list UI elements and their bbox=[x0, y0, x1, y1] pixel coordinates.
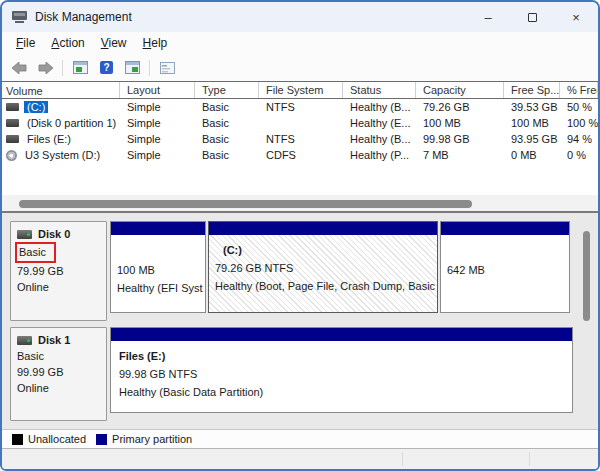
column-header-type[interactable]: Type bbox=[195, 82, 259, 98]
disk-icon bbox=[6, 135, 19, 143]
partition-color-bar bbox=[111, 222, 205, 235]
volume-type: Basic bbox=[195, 117, 259, 129]
volume-layout: Simple bbox=[120, 117, 195, 129]
disk1-label-panel[interactable]: Disk 1 Basic 99.99 GB Online bbox=[10, 327, 107, 421]
views-button[interactable] bbox=[121, 58, 143, 78]
help-button[interactable]: ? bbox=[95, 58, 117, 78]
volume-status: Healthy (E... bbox=[343, 117, 416, 129]
volume-pct-free: 0 % bbox=[560, 149, 598, 161]
partition-size: 99.98 GB NTFS bbox=[111, 365, 572, 383]
back-icon bbox=[12, 62, 27, 74]
titlebar: Disk Management – × bbox=[2, 2, 598, 32]
volume-row-disk0-partition1[interactable]: (Disk 0 partition 1) Simple Basic Health… bbox=[2, 115, 598, 131]
maximize-button[interactable] bbox=[510, 2, 554, 32]
partition-status: Healthy (Boot, Page File, Crash Dump, Ba… bbox=[209, 277, 437, 295]
disk-icon bbox=[6, 119, 19, 127]
partition-status: Healthy (Basic Data Partition) bbox=[111, 383, 572, 401]
volume-name: U3 System (D:) bbox=[22, 149, 103, 161]
disk1-partitions: Files (E:) 99.98 GB NTFS Healthy (Basic … bbox=[110, 327, 573, 421]
column-header-status[interactable]: Status bbox=[343, 82, 416, 98]
volume-row-u3-system[interactable]: U3 System (D:) Simple Basic CDFS Healthy… bbox=[2, 147, 598, 163]
disk0-label-panel[interactable]: Disk 0 Basic 79.99 GB Online bbox=[10, 221, 107, 321]
volume-file-system: NTFS bbox=[259, 101, 343, 113]
legend-label: Primary partition bbox=[112, 433, 192, 445]
legend-bar: Unallocated Primary partition bbox=[2, 429, 598, 449]
partition-color-bar bbox=[111, 328, 572, 341]
menu-bar: File Action View Help bbox=[2, 32, 598, 54]
column-header-capacity[interactable]: Capacity bbox=[416, 82, 504, 98]
column-header-volume[interactable]: Volume bbox=[2, 82, 120, 98]
menu-help[interactable]: Help bbox=[135, 34, 176, 52]
maximize-icon bbox=[528, 13, 537, 22]
disk0-partitions: 100 MB Healthy (EFI Syst (C:) 79.26 GB N… bbox=[110, 221, 570, 321]
properties-icon bbox=[160, 62, 175, 74]
red-annotation-box: Basic bbox=[15, 242, 56, 263]
column-header-pct-free[interactable]: % Free bbox=[560, 82, 598, 98]
horizontal-scrollbar[interactable] bbox=[2, 195, 598, 213]
volume-free-space: 93.95 GB bbox=[504, 133, 560, 145]
menu-file[interactable]: File bbox=[8, 34, 43, 52]
volume-layout: Simple bbox=[120, 149, 195, 161]
forward-icon bbox=[38, 62, 53, 74]
views-window-icon bbox=[125, 61, 140, 74]
volume-list: Volume Layout Type File System Status Ca… bbox=[2, 81, 598, 195]
disk0-status: Online bbox=[15, 279, 102, 295]
toolbar-separator bbox=[149, 60, 150, 76]
volume-file-system: NTFS bbox=[259, 133, 343, 145]
partition-efi[interactable]: 100 MB Healthy (EFI Syst bbox=[110, 221, 206, 313]
volume-row-files-e[interactable]: Files (E:) Simple Basic NTFS Healthy (B.… bbox=[2, 131, 598, 147]
volume-pct-free: 100 % bbox=[560, 117, 598, 129]
disk0-row: Disk 0 Basic 79.99 GB Online 100 MB Heal… bbox=[10, 221, 598, 321]
volume-pct-free: 94 % bbox=[560, 133, 598, 145]
console-window-icon bbox=[73, 61, 88, 74]
properties-button[interactable] bbox=[156, 58, 178, 78]
volume-free-space: 0 MB bbox=[504, 149, 560, 161]
partition-size: 79.26 GB NTFS bbox=[209, 259, 437, 277]
disk-icon bbox=[6, 103, 19, 111]
column-header-free-space[interactable]: Free Sp... bbox=[504, 82, 560, 98]
menu-action[interactable]: Action bbox=[43, 34, 92, 52]
minimize-button[interactable]: – bbox=[466, 2, 510, 32]
volume-name: (Disk 0 partition 1) bbox=[24, 117, 119, 129]
disk0-name: Disk 0 bbox=[38, 228, 70, 240]
disk0-size: 79.99 GB bbox=[15, 263, 102, 279]
disk1-size: 99.99 GB bbox=[15, 364, 102, 380]
volume-capacity: 99.98 GB bbox=[416, 133, 504, 145]
volume-capacity: 79.26 GB bbox=[416, 101, 504, 113]
volume-free-space: 100 MB bbox=[504, 117, 560, 129]
horizontal-scrollbar-thumb[interactable] bbox=[19, 200, 472, 208]
partition-recovery[interactable]: 642 MB bbox=[440, 221, 570, 313]
legend-unallocated: Unallocated bbox=[12, 433, 86, 445]
toolbar: ? bbox=[2, 54, 598, 81]
partition-status: Healthy (EFI Syst bbox=[111, 279, 205, 297]
volume-status: Healthy (B... bbox=[343, 101, 416, 113]
legend-primary-partition: Primary partition bbox=[96, 433, 192, 445]
partition-c[interactable]: (C:) 79.26 GB NTFS Healthy (Boot, Page F… bbox=[208, 221, 438, 313]
toolbar-separator bbox=[62, 60, 63, 76]
disk-management-app-icon bbox=[12, 11, 27, 24]
volume-name: Files (E:) bbox=[24, 133, 74, 145]
volume-type: Basic bbox=[195, 101, 259, 113]
window-title: Disk Management bbox=[35, 10, 132, 24]
column-header-file-system[interactable]: File System bbox=[259, 82, 343, 98]
forward-button[interactable] bbox=[34, 58, 56, 78]
volume-file-system: CDFS bbox=[259, 149, 343, 161]
console-tree-button[interactable] bbox=[69, 58, 91, 78]
vertical-scrollbar-thumb[interactable] bbox=[583, 231, 590, 321]
volume-layout: Simple bbox=[120, 133, 195, 145]
status-bar bbox=[2, 449, 598, 469]
partition-name: Files (E:) bbox=[111, 347, 572, 365]
column-header-layout[interactable]: Layout bbox=[120, 82, 195, 98]
help-icon: ? bbox=[100, 61, 113, 74]
volume-row-c[interactable]: (C:) Simple Basic NTFS Healthy (B... 79.… bbox=[2, 99, 598, 115]
primary-partition-swatch-icon bbox=[96, 434, 107, 445]
close-button[interactable]: × bbox=[554, 2, 598, 32]
disk1-row: Disk 1 Basic 99.99 GB Online Files (E:) … bbox=[10, 327, 598, 421]
hard-disk-icon bbox=[17, 336, 32, 345]
back-button[interactable] bbox=[8, 58, 30, 78]
legend-label: Unallocated bbox=[28, 433, 86, 445]
partition-files-e[interactable]: Files (E:) 99.98 GB NTFS Healthy (Basic … bbox=[110, 327, 573, 413]
disk-graphical-pane: Disk 0 Basic 79.99 GB Online 100 MB Heal… bbox=[2, 213, 598, 429]
menu-view[interactable]: View bbox=[93, 34, 135, 52]
volume-capacity: 7 MB bbox=[416, 149, 504, 161]
